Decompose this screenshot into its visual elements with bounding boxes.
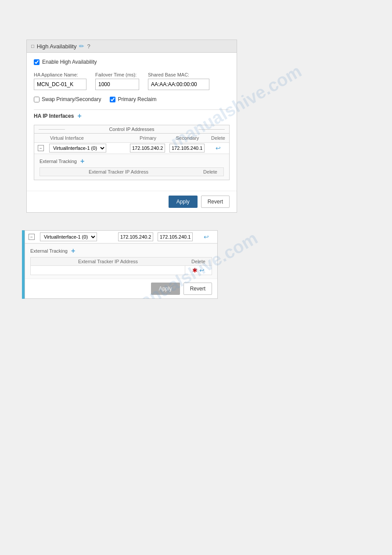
panel2-sub-table-headers: External Tracker IP Address Delete (30, 257, 212, 266)
panel2-secondary-ip-cell (156, 232, 195, 242)
shared-base-mac-label: Shared Base MAC: (148, 72, 209, 77)
panel-body: Enable High Availability HA Appliance Na… (27, 53, 237, 191)
sub-col-delete: Delete (197, 168, 223, 176)
panel2-external-tracking-header: External Tracking + (30, 247, 212, 254)
panel2-tracker-delete-cell: ✱ ↩ (185, 266, 212, 275)
sub-col-ip: External Tracker IP Address (40, 168, 197, 176)
failover-time-label: Failover Time (ms): (95, 72, 139, 77)
panel2-wrapper: − VirtualInterface-1 (0) ↩ (22, 230, 215, 299)
revert-button[interactable]: Revert (201, 196, 230, 208)
secondary-ip-cell (168, 143, 207, 153)
left-accent (22, 230, 25, 299)
panel2-virtual-interface-cell: VirtualInterface-1 (0) (38, 232, 116, 242)
collapse-icon[interactable]: □ (31, 44, 34, 49)
enable-row: Enable High Availability (34, 59, 230, 65)
panel2-undo-button[interactable]: ↩ (204, 233, 209, 240)
panel-footer: Apply Revert (27, 191, 237, 212)
panel2-external-tracking: External Tracking + External Tracker IP … (25, 243, 217, 279)
primary-reclaim-checkbox[interactable] (110, 97, 115, 102)
panel2-virtual-interface-select[interactable]: VirtualInterface-1 (0) (40, 232, 97, 241)
apply-button[interactable]: Apply (169, 196, 198, 208)
col-primary: Primary (128, 134, 168, 142)
col-secondary: Secondary (168, 134, 207, 142)
panel2-minus-icon[interactable]: − (29, 234, 35, 240)
swap-primary-label: Swap Primary/Secondary (34, 96, 101, 102)
primary-reclaim-label: Primary Reclaim (110, 96, 156, 102)
external-tracking-table-headers: External Tracker IP Address Delete (40, 167, 224, 176)
ha-ip-table: Control IP Addresses Virtual Interface P… (34, 125, 230, 180)
panel2-tracker-ip-input[interactable] (31, 266, 185, 275)
required-star-icon: ✱ (192, 267, 198, 274)
panel2-sub-col-delete: Delete (185, 258, 212, 265)
ha-appliance-name-field: HA Appliance Name: (34, 72, 86, 90)
virtual-interface-select[interactable]: VirtualInterface-1 (0) (49, 144, 106, 152)
col-empty (34, 134, 47, 142)
panel2-sub-col-ip: External Tracker IP Address (31, 258, 185, 265)
panel2-primary-ip-cell (116, 232, 156, 242)
enable-checkbox[interactable] (34, 59, 40, 65)
undo-button[interactable]: ↩ (216, 145, 221, 152)
failover-time-input[interactable] (95, 79, 139, 90)
panel2-row-collapse[interactable]: − (25, 232, 38, 242)
form-fields-row: HA Appliance Name: Failover Time (ms): S… (34, 72, 230, 90)
failover-time-field: Failover Time (ms): (95, 72, 139, 90)
options-row: Swap Primary/Secondary Primary Reclaim (34, 96, 230, 102)
ha-appliance-name-label: HA Appliance Name: (34, 72, 86, 77)
external-tracking-title: External Tracking (40, 159, 77, 164)
ha-ip-interfaces-title: HA IP Interfaces (34, 113, 74, 119)
row-collapse-btn[interactable]: − (34, 143, 47, 153)
panel-title: High Availability (37, 43, 77, 50)
delete-cell: ↩ (207, 145, 229, 152)
secondary-ip-input[interactable] (169, 144, 205, 152)
primary-ip-input[interactable] (130, 144, 165, 152)
panel2-revert-button[interactable]: Revert (183, 283, 212, 295)
minus-icon[interactable]: − (38, 145, 44, 151)
external-tracking-subsection: External Tracking + External Tracker IP … (34, 154, 229, 180)
ha-appliance-name-input[interactable] (34, 79, 86, 90)
add-ha-ip-interface-button[interactable]: + (77, 112, 81, 120)
panel2-delete-cell: ↩ (195, 233, 217, 240)
panel2-tracker-undo-button[interactable]: ↩ (199, 267, 205, 274)
panel2-tracker-input-row: ✱ ↩ (30, 266, 212, 275)
panel2-secondary-ip-input[interactable] (158, 232, 193, 241)
panel-header: □ High Availability ✏ ? (27, 40, 237, 53)
shared-base-mac-field: Shared Base MAC: (148, 72, 209, 90)
primary-ip-cell (128, 143, 168, 153)
edit-icon[interactable]: ✏ (79, 43, 84, 50)
panel2-table-row: − VirtualInterface-1 (0) ↩ (25, 231, 217, 243)
panel2-primary-ip-input[interactable] (118, 232, 153, 241)
col-virtual-interface: Virtual Interface (47, 134, 128, 142)
panel2: − VirtualInterface-1 (0) ↩ (25, 230, 218, 299)
table-column-headers: Virtual Interface Primary Secondary Dele… (34, 134, 229, 143)
shared-base-mac-input[interactable] (148, 79, 209, 90)
panel2-apply-button[interactable]: Apply (151, 283, 180, 295)
virtual-interface-cell: VirtualInterface-1 (0) (47, 143, 128, 153)
panel2-footer: Apply Revert (25, 279, 217, 298)
swap-primary-checkbox[interactable] (34, 97, 40, 102)
enable-label: Enable High Availability (42, 59, 97, 65)
col-delete: Delete (207, 134, 229, 142)
table-row: − VirtualInterface-1 (0) ↩ (34, 143, 229, 154)
panel2-external-tracking-title: External Tracking (30, 248, 68, 254)
ha-ip-interfaces-section-header: HA IP Interfaces + (34, 109, 230, 122)
high-availability-panel: □ High Availability ✏ ? Enable High Avai… (26, 40, 237, 213)
control-ip-header: Control IP Addresses (34, 125, 229, 134)
external-tracking-header: External Tracking + (40, 158, 224, 165)
panel2-add-tracker-button[interactable]: + (71, 247, 75, 254)
add-external-tracker-button[interactable]: + (80, 158, 84, 165)
help-icon[interactable]: ? (87, 43, 90, 50)
